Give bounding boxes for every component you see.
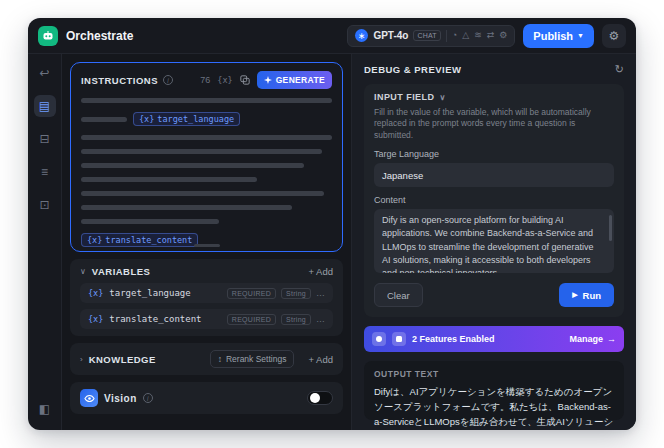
prompt-line-skeleton — [81, 205, 292, 210]
feature-icon-1 — [372, 332, 386, 346]
var-x-icon: {x} — [87, 235, 102, 245]
target-language-input[interactable]: Japanese — [374, 163, 614, 187]
more-icon[interactable]: … — [316, 314, 325, 324]
output-text: Difyは、AIアプリケーションを構築するためのオープンソースプラットフォームで… — [374, 385, 614, 430]
sidebar-item-api[interactable]: ⊟ — [34, 128, 56, 150]
sort-icon: ↕ — [218, 354, 222, 364]
info-icon[interactable]: i — [163, 75, 173, 85]
variable-tag-translate-content[interactable]: {x}translate_content — [81, 233, 198, 247]
output-section: OUTPUT TEXT Difyは、AIアプリケーションを構築するためのオープン… — [364, 361, 624, 420]
field-label-target-language: Targe Language — [374, 149, 614, 159]
play-icon: ▶ — [572, 291, 577, 299]
debug-title: DEBUG & PREVIEW — [364, 64, 461, 75]
chevron-down-icon[interactable]: ∨ — [80, 267, 86, 276]
swap-model-icon[interactable]: ⇄ — [487, 31, 495, 40]
collapse-panel-button[interactable]: ◧ — [34, 398, 56, 420]
features-bar[interactable]: 2 Features Enabled Manage → — [364, 326, 624, 352]
input-field-card: INPUT FIELD ∨ Fill in the value of the v… — [364, 84, 624, 317]
annotation-icon: ⊡ — [39, 198, 49, 212]
panel-layout-icon: ◧ — [39, 402, 50, 416]
arrow-right-icon: → — [607, 334, 616, 344]
sparkle-icon — [264, 76, 272, 84]
input-field-description: Fill in the value of the variable, which… — [374, 107, 614, 141]
top-header: Orchestrate ∗ GPT-4o CHAT ◔ △ ≋ ⇄ ⚙ Publ… — [28, 18, 636, 54]
back-arrow-icon: ↩ — [39, 66, 49, 80]
list-icon: ≡ — [41, 165, 48, 179]
temperature-icon[interactable]: ◔ — [452, 31, 457, 40]
content-value: Dify is an open-source platform for buil… — [382, 215, 594, 273]
prompt-line-skeleton — [81, 163, 304, 168]
sidebar-item-logs[interactable]: ≡ — [34, 161, 56, 183]
vision-toggle[interactable] — [307, 391, 333, 405]
knowledge-title: KNOWLEDGE — [89, 354, 156, 365]
top-p-icon[interactable]: △ — [462, 31, 469, 40]
var-x-icon: {x} — [88, 288, 103, 298]
knowledge-section: › KNOWLEDGE ↕ Rerank Settings + Add — [70, 343, 343, 375]
scrollbar[interactable] — [609, 215, 612, 241]
vision-title: Vision — [104, 393, 137, 404]
content-textarea[interactable]: Dify is an open-source platform for buil… — [374, 209, 614, 273]
model-mode-badge: CHAT — [413, 30, 440, 41]
copy-icon[interactable] — [240, 75, 250, 85]
app-window: Orchestrate ∗ GPT-4o CHAT ◔ △ ≋ ⇄ ⚙ Publ… — [28, 18, 636, 430]
model-settings-icon[interactable]: ⚙ — [499, 31, 507, 40]
info-icon[interactable]: i — [143, 393, 153, 403]
instructions-panel[interactable]: INSTRUCTIONS i 76 {x} GENERATE — [70, 62, 343, 252]
add-variable-button[interactable]: + Add — [308, 266, 333, 277]
model-selector[interactable]: ∗ GPT-4o CHAT ◔ △ ≋ ⇄ ⚙ — [347, 25, 515, 47]
prompt-line-skeleton — [81, 149, 322, 154]
add-knowledge-button[interactable]: + Add — [308, 354, 333, 365]
var-x-icon: {x} — [88, 314, 103, 324]
generate-button[interactable]: GENERATE — [257, 71, 332, 89]
prompt-line-skeleton — [81, 135, 332, 140]
clear-button[interactable]: Clear — [374, 283, 423, 307]
manage-features-link[interactable]: Manage → — [569, 334, 616, 344]
publish-button[interactable]: Publish ▼ — [523, 24, 594, 48]
variable-row[interactable]: {x} target_language REQUIRED String … — [80, 283, 333, 303]
prompt-line-skeleton — [81, 177, 257, 182]
more-icon[interactable]: … — [316, 288, 325, 298]
chevron-down-icon[interactable]: ∨ — [439, 93, 445, 102]
vision-section: Vision i — [70, 382, 343, 414]
max-tokens-icon[interactable]: ≋ — [474, 31, 482, 40]
openai-logo-icon: ∗ — [355, 29, 368, 42]
rerank-settings-button[interactable]: ↕ Rerank Settings — [210, 350, 295, 368]
features-label: 2 Features Enabled — [412, 334, 495, 344]
input-field-title: INPUT FIELD — [374, 92, 434, 102]
sidebar-item-orchestrate[interactable]: ▤ — [34, 95, 56, 117]
feature-icon-2 — [392, 332, 406, 346]
toggle-knob — [310, 393, 320, 403]
settings-button[interactable]: ⚙ — [602, 24, 626, 48]
prompt-column: INSTRUCTIONS i 76 {x} GENERATE — [62, 54, 352, 430]
terminal-icon: ⊟ — [39, 132, 49, 146]
publish-label: Publish — [533, 30, 573, 42]
type-badge[interactable]: String — [281, 288, 311, 299]
app-logo-icon[interactable] — [38, 26, 58, 46]
type-badge[interactable]: String — [281, 314, 311, 325]
prompt-line-skeleton — [81, 98, 332, 103]
orchestrate-icon: ▤ — [39, 99, 50, 113]
output-title: OUTPUT TEXT — [374, 369, 614, 379]
model-name: GPT-4o — [373, 30, 408, 41]
variable-tag-target-language[interactable]: {x}target_language — [133, 112, 240, 126]
chevron-right-icon[interactable]: › — [80, 355, 83, 364]
chevron-down-icon: ▼ — [577, 32, 584, 39]
prompt-line-skeleton — [81, 219, 219, 224]
insert-variable-icon[interactable]: {x} — [217, 75, 232, 85]
gear-icon: ⚙ — [609, 29, 620, 43]
back-button[interactable]: ↩ — [34, 62, 56, 84]
variable-row[interactable]: {x} translate_content REQUIRED String … — [80, 309, 333, 329]
debug-panel: DEBUG & PREVIEW ↻ INPUT FIELD ∨ Fill in … — [352, 54, 636, 430]
var-x-icon: {x} — [139, 114, 154, 124]
field-label-content: Content — [374, 195, 614, 205]
resize-handle[interactable] — [194, 244, 220, 247]
required-badge: REQUIRED — [227, 314, 276, 325]
instructions-title: INSTRUCTIONS — [81, 75, 158, 86]
vision-icon — [80, 389, 98, 407]
required-badge: REQUIRED — [227, 288, 276, 299]
page-title: Orchestrate — [66, 29, 133, 43]
run-button[interactable]: ▶ Run — [559, 283, 614, 307]
refresh-icon[interactable]: ↻ — [615, 63, 624, 76]
sidebar-item-annotations[interactable]: ⊡ — [34, 194, 56, 216]
nav-rail: ↩ ▤ ⊟ ≡ ⊡ ◧ — [28, 54, 62, 430]
